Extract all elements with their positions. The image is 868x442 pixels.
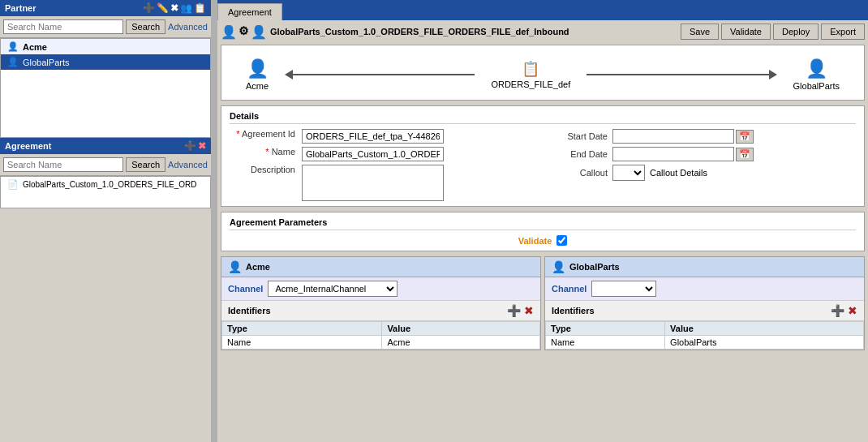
end-date-input[interactable] xyxy=(612,147,734,161)
partner-item-globalparts[interactable]: 👤 GlobalParts xyxy=(1,54,210,70)
name-label: Name xyxy=(230,147,299,157)
globalparts-add-identifier-icon[interactable]: ➕ xyxy=(831,304,844,317)
globalparts-panel-title: GlobalParts xyxy=(569,262,620,272)
partner-header-icons: ➕ ✏️ ✖ 👥 📋 xyxy=(143,2,206,14)
acme-channel-label: Channel xyxy=(228,284,263,294)
acme-panel-icon: 👤 xyxy=(228,260,242,273)
acme-value-header: Value xyxy=(382,322,540,336)
callout-label: Callout xyxy=(555,168,608,178)
partner-list: 👤 Acme 👤 GlobalParts xyxy=(0,38,211,138)
globalparts-value-header: Value xyxy=(665,322,864,336)
partner-search-button[interactable]: Search xyxy=(126,19,165,34)
acme-panel-title: Acme xyxy=(246,262,270,272)
export-button[interactable]: Export xyxy=(821,24,865,40)
acme-add-identifier-icon[interactable]: ➕ xyxy=(507,304,521,317)
start-date-cal-button[interactable]: 📅 xyxy=(736,130,754,144)
agreement-header-row: 👤 ⚙ 👤 GlobalParts_Custom_1.0_ORDERS_FILE… xyxy=(221,24,865,40)
acme-identifiers-header: Identifiers ➕ ✖ xyxy=(221,301,540,321)
acme-flow-label: Acme xyxy=(246,81,269,91)
title-person2-icon: 👤 xyxy=(251,24,267,40)
acme-identifiers-table: Type Value Name Acme xyxy=(221,321,540,350)
add-agreement-icon[interactable]: ➕ xyxy=(184,140,196,152)
details-left-fields: Agreement Id Name Description xyxy=(230,129,531,201)
add-partner-icon[interactable]: ➕ xyxy=(143,2,155,14)
flow-diagram-section: 👤 Acme 📋 ORDERS_FILE_def xyxy=(221,45,865,101)
globalparts-value-cell: GlobalParts xyxy=(665,336,864,350)
globalparts-flow-label: GlobalParts xyxy=(793,81,840,91)
acme-flow-icon: 👤 xyxy=(247,58,269,79)
title-person-icon: 👤 xyxy=(221,24,237,40)
end-date-cal-button[interactable]: 📅 xyxy=(736,148,754,161)
start-date-label: Start Date xyxy=(555,131,608,141)
flow-diagram: 👤 Acme 📋 ORDERS_FILE_def xyxy=(230,50,856,95)
delete-agreement-icon[interactable]: ✖ xyxy=(198,140,206,152)
acme-person-icon: 👤 xyxy=(7,41,19,52)
partner-advanced-link[interactable]: Advanced xyxy=(168,22,208,32)
details-grid: Agreement Id Name Description xyxy=(230,129,531,201)
flow-node-middle: 📋 ORDERS_FILE_def xyxy=(491,60,570,89)
agreement-left-section: Agreement ➕ ✖ Search Advanced 📄 GlobalPa… xyxy=(0,138,211,442)
end-date-wrapper: 📅 xyxy=(612,147,754,161)
middle-flow-icon: 📋 xyxy=(522,60,539,78)
partner-icon2: 📋 xyxy=(194,2,206,14)
partner-item-acme[interactable]: 👤 Acme xyxy=(1,39,210,54)
globalparts-type-cell: Name xyxy=(546,336,665,350)
agreement-list: 📄 GlobalParts_Custom_1.0_ORDERS_FILE_ORD xyxy=(0,176,211,208)
globalparts-person-icon: 👤 xyxy=(7,57,19,67)
agreement-search-button[interactable]: Search xyxy=(126,157,165,172)
agreement-id-label: Agreement Id xyxy=(230,129,299,139)
agreement-search-input[interactable] xyxy=(3,157,123,172)
globalparts-identifiers-header: Identifiers ➕ ✖ xyxy=(545,301,864,321)
validate-button[interactable]: Validate xyxy=(721,24,771,40)
end-date-label: End Date xyxy=(555,149,608,159)
description-textarea[interactable] xyxy=(302,165,444,201)
left-arrow xyxy=(285,70,475,79)
panel-divider[interactable] xyxy=(211,0,217,442)
globalparts-delete-identifier-icon[interactable]: ✖ xyxy=(848,304,857,317)
agreement-search-bar: Search Advanced xyxy=(0,154,211,176)
agreement-item-gp-custom[interactable]: 📄 GlobalParts_Custom_1.0_ORDERS_FILE_ORD xyxy=(1,177,210,192)
callout-details-label: Callout Details xyxy=(650,168,707,178)
details-right-fields: Start Date 📅 End Date 📅 xyxy=(539,129,856,201)
flow-node-acme: 👤 Acme xyxy=(246,58,269,91)
save-button[interactable]: Save xyxy=(681,24,719,40)
agreement-parameters-section: Agreement Parameters Validate xyxy=(221,212,865,251)
partner-section: Partner ➕ ✏️ ✖ 👥 📋 Search Advanced 👤 Acm… xyxy=(0,0,211,138)
content-area: 👤 ⚙ 👤 GlobalParts_Custom_1.0_ORDERS_FILE… xyxy=(217,20,868,442)
partner-search-input[interactable] xyxy=(3,19,123,34)
agreement-header-icons: ➕ ✖ xyxy=(184,140,206,152)
agreement-item-label: GlobalParts_Custom_1.0_ORDERS_FILE_ORD xyxy=(23,180,197,189)
acme-delete-identifier-icon[interactable]: ✖ xyxy=(524,304,534,317)
acme-value-cell: Acme xyxy=(382,336,540,350)
tab-bar: Agreement xyxy=(217,0,868,20)
start-date-input[interactable] xyxy=(612,129,734,144)
bottom-panels: 👤 Acme Channel Acme_InternalChannel Iden… xyxy=(221,256,865,350)
name-input[interactable] xyxy=(302,147,444,161)
start-date-wrapper: 📅 xyxy=(612,129,754,144)
callout-row: Callout Callout Details xyxy=(555,165,856,181)
details-title: Details xyxy=(230,111,856,124)
delete-partner-icon[interactable]: ✖ xyxy=(170,2,178,14)
description-label: Description xyxy=(230,165,299,174)
globalparts-label: GlobalParts xyxy=(23,58,69,67)
agreement-id-input[interactable] xyxy=(302,129,444,144)
agreement-title-group: 👤 ⚙ 👤 GlobalParts_Custom_1.0_ORDERS_FILE… xyxy=(221,24,569,40)
acme-identifiers-icons: ➕ ✖ xyxy=(507,304,534,317)
arrow-line-left xyxy=(293,74,475,75)
validate-label: Validate xyxy=(518,236,552,246)
callout-select[interactable] xyxy=(612,165,645,181)
agreement-tab[interactable]: Agreement xyxy=(217,3,282,20)
validate-checkbox[interactable] xyxy=(556,235,567,246)
details-form: Agreement Id Name Description Start Date xyxy=(230,129,856,201)
partner-icon1: 👥 xyxy=(180,2,192,14)
left-panel: Partner ➕ ✏️ ✖ 👥 📋 Search Advanced 👤 Acm… xyxy=(0,0,211,442)
globalparts-panel-header: 👤 GlobalParts xyxy=(545,257,864,277)
globalparts-identifiers-title: Identifiers xyxy=(552,306,595,315)
end-date-row: End Date 📅 xyxy=(555,147,856,161)
agreement-title-text: GlobalParts_Custom_1.0_ORDERS_FILE_ORDER… xyxy=(270,27,569,36)
edit-partner-icon[interactable]: ✏️ xyxy=(157,2,169,14)
agreement-advanced-link[interactable]: Advanced xyxy=(168,160,208,170)
globalparts-channel-select[interactable] xyxy=(591,281,656,297)
acme-channel-select[interactable]: Acme_InternalChannel xyxy=(268,281,397,297)
deploy-button[interactable]: Deploy xyxy=(773,24,819,40)
